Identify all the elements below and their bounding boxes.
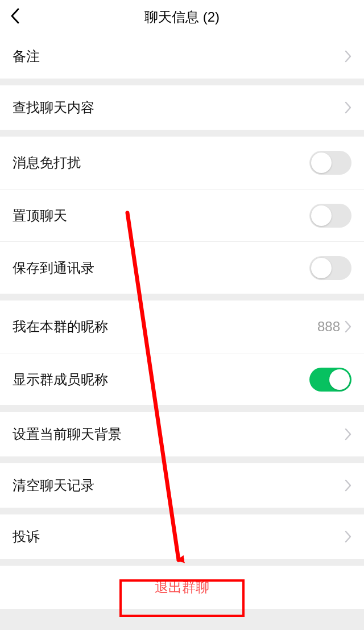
row-set-background[interactable]: 设置当前聊天背景 — [0, 412, 364, 456]
row-clear-history[interactable]: 清空聊天记录 — [0, 463, 364, 508]
section-gap — [0, 609, 364, 616]
row-label: 消息免打扰 — [13, 154, 309, 172]
row-label: 查找聊天内容 — [13, 98, 345, 117]
chevron-right-icon — [345, 428, 351, 440]
section-gap — [0, 130, 364, 137]
section-gap — [0, 79, 364, 85]
row-label: 设置当前聊天背景 — [13, 425, 345, 443]
row-my-nickname[interactable]: 我在本群的昵称 888 — [0, 300, 364, 353]
row-pin-chat[interactable]: 置顶聊天 — [0, 189, 364, 241]
chevron-right-icon — [345, 50, 351, 63]
row-label: 投诉 — [13, 528, 345, 546]
row-label: 显示群成员昵称 — [13, 370, 309, 389]
row-mute-notifications[interactable]: 消息免打扰 — [0, 137, 364, 189]
row-label: 置顶聊天 — [13, 207, 309, 225]
row-remark[interactable]: 备注 — [0, 34, 364, 79]
row-show-member-nicknames[interactable]: 显示群成员昵称 — [0, 353, 364, 405]
toggle-knob — [311, 205, 332, 226]
chevron-right-icon — [345, 320, 351, 333]
section-gap — [0, 405, 364, 412]
row-report[interactable]: 投诉 — [0, 514, 364, 559]
toggle-knob — [311, 153, 332, 173]
toggle-pin[interactable] — [309, 204, 351, 228]
chevron-right-icon — [345, 101, 351, 114]
row-label: 清空聊天记录 — [13, 476, 345, 495]
row-label: 保存到通讯录 — [13, 259, 309, 277]
section-gap — [0, 294, 364, 300]
nav-header: 聊天信息 (2) — [0, 0, 364, 34]
row-save-contacts[interactable]: 保存到通讯录 — [0, 241, 364, 294]
row-label: 我在本群的昵称 — [13, 318, 317, 336]
chevron-right-icon — [345, 479, 351, 492]
chevron-left-icon — [10, 8, 19, 24]
toggle-knob — [329, 369, 350, 390]
toggle-save[interactable] — [309, 256, 351, 280]
page-title: 聊天信息 (2) — [0, 8, 364, 26]
nickname-value: 888 — [317, 319, 340, 335]
section-gap — [0, 456, 364, 463]
leave-group-button[interactable]: 退出群聊 — [0, 566, 364, 609]
row-search-history[interactable]: 查找聊天内容 — [0, 85, 364, 130]
section-gap — [0, 508, 364, 514]
back-button[interactable] — [10, 8, 19, 26]
section-gap — [0, 559, 364, 566]
row-label: 备注 — [13, 47, 345, 65]
chevron-right-icon — [345, 530, 351, 543]
toggle-show-nicknames[interactable] — [309, 368, 351, 392]
toggle-mute[interactable] — [309, 151, 351, 175]
leave-label: 退出群聊 — [155, 579, 209, 595]
toggle-knob — [311, 258, 332, 278]
